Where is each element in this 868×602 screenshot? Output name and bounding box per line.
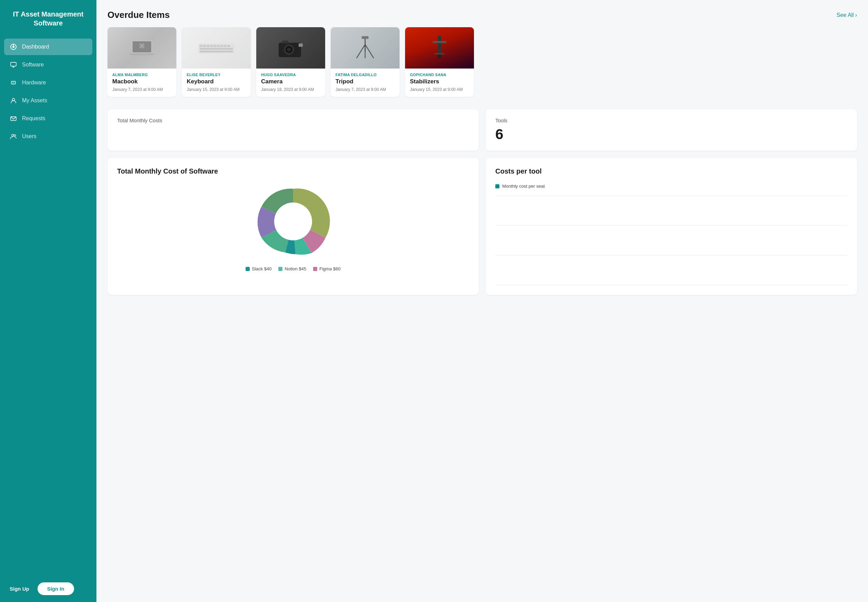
bar-grid-lines bbox=[495, 196, 847, 285]
bar-chart-area bbox=[495, 196, 847, 285]
sidebar-item-hardware[interactable]: Hardware bbox=[4, 74, 92, 91]
svg-rect-26 bbox=[224, 45, 227, 47]
overdue-card-macbook[interactable]: ⌘ ALMA MALMBERG Macbook January 7, 2023 … bbox=[108, 27, 177, 97]
camera-name: Camera bbox=[261, 78, 320, 85]
donut-chart bbox=[117, 184, 469, 260]
slack-color-dot bbox=[246, 267, 250, 271]
sidebar-nav: Dashboard Software bbox=[0, 36, 97, 576]
signin-button[interactable]: Sign In bbox=[38, 582, 74, 595]
see-all-link[interactable]: See All › bbox=[837, 12, 857, 18]
svg-rect-27 bbox=[227, 45, 230, 47]
tripod-owner: FATIMA DELGADILLO bbox=[335, 73, 395, 77]
overdue-card-keyboard[interactable]: ELISE BEVERLEY Keyboard January 15, 2023… bbox=[182, 27, 251, 97]
signup-button[interactable]: Sign Up bbox=[6, 583, 34, 594]
svg-rect-20 bbox=[203, 45, 206, 47]
svg-rect-23 bbox=[214, 45, 216, 47]
person-icon bbox=[10, 97, 17, 104]
svg-rect-41 bbox=[438, 36, 441, 53]
legend-slack: Slack $40 bbox=[246, 266, 272, 271]
figma-color-dot bbox=[313, 267, 317, 271]
svg-point-1 bbox=[12, 46, 14, 48]
tripod-date: January 7, 2023 at 9:00 AM bbox=[335, 87, 395, 92]
svg-point-33 bbox=[287, 48, 291, 52]
svg-point-13 bbox=[14, 135, 16, 137]
main-content: Overdue Items See All › ⌘ ALMA MALMBERG … bbox=[97, 0, 868, 602]
grid-line-1 bbox=[495, 196, 847, 196]
sidebar-footer: Sign Up Sign In bbox=[0, 576, 97, 602]
software-chart-title: Total Monthly Cost of Software bbox=[117, 167, 469, 175]
overdue-card-stabilizers[interactable]: GOPICHAND SANA Stabilizers January 15, 2… bbox=[405, 27, 474, 97]
overdue-cards-container: ⌘ ALMA MALMBERG Macbook January 7, 2023 … bbox=[108, 27, 857, 100]
figma-legend-label: Figma $60 bbox=[319, 266, 340, 271]
macbook-date: January 7, 2023 at 9:00 AM bbox=[112, 87, 172, 92]
sidebar-label-hardware: Hardware bbox=[22, 80, 46, 86]
svg-text:⌘: ⌘ bbox=[139, 43, 145, 49]
svg-line-37 bbox=[356, 45, 365, 58]
svg-rect-40 bbox=[362, 36, 369, 39]
svg-rect-3 bbox=[11, 62, 16, 66]
svg-rect-19 bbox=[200, 45, 203, 47]
svg-rect-17 bbox=[130, 54, 154, 55]
macbook-image: ⌘ bbox=[108, 27, 177, 69]
svg-line-38 bbox=[365, 45, 374, 58]
sidebar-label-dashboard: Dashboard bbox=[22, 44, 49, 50]
hardware-icon bbox=[10, 79, 17, 86]
stabilizer-owner: GOPICHAND SANA bbox=[410, 73, 469, 77]
sidebar-item-requests[interactable]: Requests bbox=[4, 110, 92, 127]
overdue-header: Overdue Items See All › bbox=[108, 10, 857, 20]
sidebar-item-software[interactable]: Software bbox=[4, 57, 92, 73]
bar-chart-legend: Monthly cost per seat bbox=[495, 184, 847, 189]
svg-rect-25 bbox=[220, 45, 223, 47]
svg-rect-35 bbox=[299, 43, 303, 47]
app-title: IT Asset Management Software bbox=[0, 0, 97, 36]
keyboard-owner: ELISE BEVERLEY bbox=[187, 73, 246, 77]
widgets-row: Total Monthly Costs Tools 6 bbox=[108, 109, 857, 151]
keyboard-card-body: ELISE BEVERLEY Keyboard January 15, 2023… bbox=[182, 69, 251, 97]
slack-legend-label: Slack $40 bbox=[252, 266, 272, 271]
monitor-icon bbox=[10, 61, 17, 69]
camera-date: January 18, 2023 at 9:00 AM bbox=[261, 87, 320, 92]
macbook-owner: ALMA MALMBERG bbox=[112, 73, 172, 77]
grid-line-4 bbox=[495, 285, 847, 285]
stabilizer-date: January 15, 2023 at 9:00 AM bbox=[410, 87, 469, 92]
monthly-costs-label: Total Monthly Costs bbox=[117, 117, 469, 123]
bar-legend-label: Monthly cost per seat bbox=[502, 184, 545, 189]
widget-tools: Tools 6 bbox=[485, 109, 857, 151]
tools-label: Tools bbox=[495, 117, 847, 123]
overdue-card-camera[interactable]: HUGO SAAVEDRA Camera January 18, 2023 at… bbox=[256, 27, 325, 97]
svg-rect-22 bbox=[210, 45, 213, 47]
stabilizer-name: Stabilizers bbox=[410, 78, 469, 85]
users-icon bbox=[10, 133, 17, 140]
donut-legend: Slack $40 Notion $45 Figma $60 bbox=[117, 266, 469, 271]
svg-rect-24 bbox=[217, 45, 220, 47]
svg-rect-21 bbox=[207, 45, 209, 47]
macbook-name: Macbook bbox=[112, 78, 172, 85]
keyboard-name: Keyboard bbox=[187, 78, 246, 85]
svg-point-44 bbox=[438, 54, 442, 58]
bar-legend-dot bbox=[495, 184, 499, 188]
sidebar-item-users[interactable]: Users bbox=[4, 128, 92, 144]
stabilizer-image bbox=[405, 27, 474, 69]
macbook-card-body: ALMA MALMBERG Macbook January 7, 2023 at… bbox=[108, 69, 177, 97]
keyboard-image bbox=[182, 27, 251, 69]
sidebar-item-my-assets[interactable]: My Assets bbox=[4, 92, 92, 109]
stabilizer-card-body: GOPICHAND SANA Stabilizers January 15, 2… bbox=[405, 69, 474, 97]
sidebar-label-software: Software bbox=[22, 61, 44, 68]
legend-notion: Notion $45 bbox=[278, 266, 306, 271]
svg-rect-29 bbox=[200, 51, 233, 52]
charts-row: Total Monthly Cost of Software bbox=[108, 158, 857, 295]
notion-color-dot bbox=[278, 267, 283, 271]
overdue-card-tripod[interactable]: FATIMA DELGADILLO Tripod January 7, 2023… bbox=[331, 27, 399, 97]
grid-line-2 bbox=[495, 225, 847, 226]
svg-rect-42 bbox=[433, 41, 446, 43]
tools-value: 6 bbox=[495, 126, 847, 143]
svg-rect-34 bbox=[282, 41, 288, 43]
bar-chart-title: Costs per tool bbox=[495, 167, 847, 175]
sidebar: IT Asset Management Software Dashboard bbox=[0, 0, 97, 602]
camera-card-body: HUGO SAAVEDRA Camera January 18, 2023 at… bbox=[256, 69, 325, 97]
svg-rect-28 bbox=[200, 48, 233, 49]
dashboard-icon bbox=[10, 43, 17, 51]
notion-legend-label: Notion $45 bbox=[284, 266, 306, 271]
svg-rect-43 bbox=[434, 53, 445, 54]
sidebar-item-dashboard[interactable]: Dashboard bbox=[4, 38, 92, 55]
